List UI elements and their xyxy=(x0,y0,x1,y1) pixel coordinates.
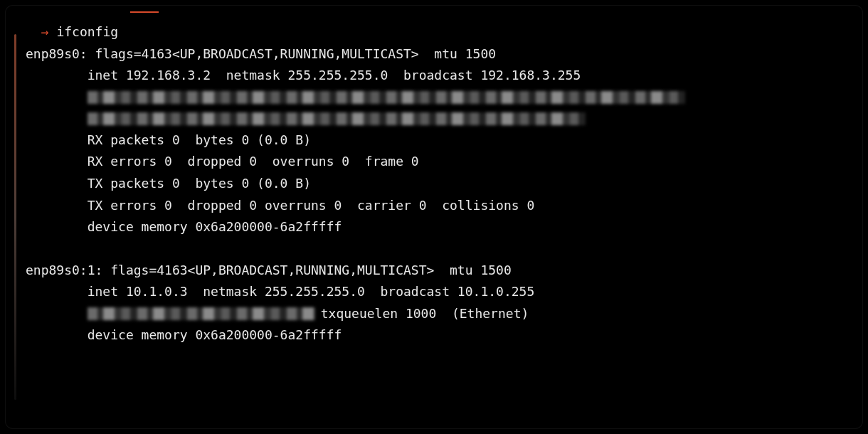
iface0-inet: inet 192.168.3.2 netmask 255.255.255.0 b… xyxy=(26,65,842,87)
iface0-redacted-line-2 xyxy=(26,108,842,129)
blank-line xyxy=(26,238,842,260)
redacted-block-icon xyxy=(88,91,685,104)
redacted-block-icon xyxy=(88,112,586,125)
command-text: ifconfig xyxy=(56,24,118,39)
iface1-devmem: device memory 0x6a200000-6a2fffff xyxy=(26,324,842,346)
iface0-redacted-line-1 xyxy=(26,87,842,108)
iface1-header: enp89s0:1: flags=4163<UP,BROADCAST,RUNNI… xyxy=(26,260,842,282)
iface0-devmem: device memory 0x6a200000-6a2fffff xyxy=(26,216,842,238)
prompt-line: → ifconfig xyxy=(26,21,842,43)
redacted-block-icon xyxy=(88,307,315,320)
iface0-tx-errors: TX errors 0 dropped 0 overruns 0 carrier… xyxy=(26,195,842,217)
iface1-redacted-ether-line: txqueuelen 1000 (Ethernet) xyxy=(26,303,842,324)
iface0-rx-errors: RX errors 0 dropped 0 overruns 0 frame 0 xyxy=(26,151,842,173)
iface0-rx-packets: RX packets 0 bytes 0 (0.0 B) xyxy=(26,129,842,152)
cursor-underline-icon xyxy=(130,11,159,13)
left-accent-stripe xyxy=(14,34,16,400)
iface0-header: enp89s0: flags=4163<UP,BROADCAST,RUNNING… xyxy=(26,43,842,65)
iface0-tx-packets: TX packets 0 bytes 0 (0.0 B) xyxy=(26,173,842,195)
prompt-arrow-icon: → xyxy=(41,24,49,39)
terminal-window[interactable]: → ifconfig enp89s0: flags=4163<UP,BROADC… xyxy=(6,6,862,428)
iface1-txq: txqueuelen 1000 (Ethernet) xyxy=(321,303,529,325)
iface1-inet: inet 10.1.0.3 netmask 255.255.255.0 broa… xyxy=(26,281,842,303)
